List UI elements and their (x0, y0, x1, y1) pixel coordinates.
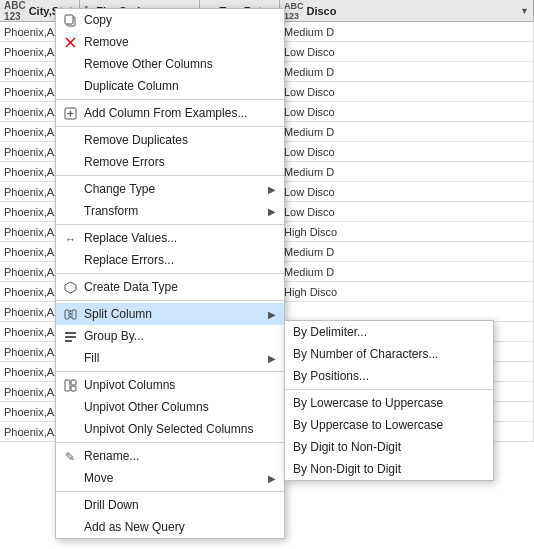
replace-icon: ↔ (62, 230, 78, 246)
menu-label-group-by: Group By... (84, 329, 144, 343)
submenu-arrow-transform: ▶ (268, 206, 276, 217)
menu-label-rename: Rename... (84, 449, 139, 463)
svg-text:✎: ✎ (65, 450, 75, 463)
submenu-item-by-positions[interactable]: By Positions... (285, 365, 493, 387)
unpivot-icon (62, 377, 78, 393)
data-type-icon (62, 279, 78, 295)
cell-disco: High Disco (280, 222, 534, 242)
menu-label-replace-values: Replace Values... (84, 231, 177, 245)
menu-item-unpivot-other-columns[interactable]: Unpivot Other Columns (56, 396, 284, 418)
svg-rect-1 (65, 15, 73, 24)
submenu-arrow-fill: ▶ (268, 353, 276, 364)
add-col-icon (62, 105, 78, 121)
menu-label-move: Move (84, 471, 113, 485)
rename-icon: ✎ (62, 448, 78, 464)
menu-item-remove-other-columns[interactable]: Remove Other Columns (56, 53, 284, 75)
menu-item-add-as-new-query[interactable]: Add as New Query (56, 516, 284, 538)
menu-item-unpivot-columns[interactable]: Unpivot Columns (56, 374, 284, 396)
menu-label-unpivot-only-selected: Unpivot Only Selected Columns (84, 422, 253, 436)
menu-item-transform[interactable]: Transform▶ (56, 200, 284, 222)
menu-item-replace-values[interactable]: ↔ Replace Values... (56, 227, 284, 249)
svg-rect-9 (65, 310, 69, 319)
submenu-item-by-lowercase-to-uppercase[interactable]: By Lowercase to Uppercase (285, 392, 493, 414)
svg-rect-12 (65, 332, 76, 334)
menu-item-rename[interactable]: ✎ Rename... (56, 445, 284, 467)
menu-label-replace-errors: Replace Errors... (84, 253, 174, 267)
menu-separator (56, 442, 284, 443)
menu-label-copy: Copy (84, 13, 112, 27)
menu-label-change-type: Change Type (84, 182, 155, 196)
cell-disco: Low Disco (280, 102, 534, 122)
group-icon (62, 328, 78, 344)
menu-item-remove[interactable]: Remove (56, 31, 284, 53)
menu-label-unpivot-columns: Unpivot Columns (84, 378, 175, 392)
submenu-item-by-digit-to-non-digit[interactable]: By Digit to Non-Digit (285, 436, 493, 458)
cell-disco: Medium D (280, 62, 534, 82)
menu-label-drill-down: Drill Down (84, 498, 139, 512)
cell-disco: Low Disco (280, 142, 534, 162)
menu-label-duplicate-column: Duplicate Column (84, 79, 179, 93)
menu-label-transform: Transform (84, 204, 138, 218)
cell-disco: Medium D (280, 22, 534, 42)
menu-item-remove-duplicates[interactable]: Remove Duplicates (56, 129, 284, 151)
menu-separator (56, 300, 284, 301)
submenu-item-by-delimiter[interactable]: By Delimiter... (285, 321, 493, 343)
menu-label-add-column-from-examples: Add Column From Examples... (84, 106, 247, 120)
menu-label-remove-other-columns: Remove Other Columns (84, 57, 213, 71)
menu-separator (56, 224, 284, 225)
svg-rect-16 (71, 380, 76, 385)
svg-rect-15 (65, 380, 70, 391)
menu-label-split-column: Split Column (84, 307, 152, 321)
cell-disco: Low Disco (280, 42, 534, 62)
menu-item-drill-down[interactable]: Drill Down (56, 494, 284, 516)
submenu-item-by-number-of-chars[interactable]: By Number of Characters... (285, 343, 493, 365)
menu-item-move[interactable]: Move▶ (56, 467, 284, 489)
submenu-item-by-non-digit-to-digit[interactable]: By Non-Digit to Digit (285, 458, 493, 480)
menu-label-create-data-type: Create Data Type (84, 280, 178, 294)
col-header-disco[interactable]: ABC123 Disco ▼ (280, 0, 534, 22)
cell-disco (280, 302, 534, 322)
menu-item-copy[interactable]: Copy (56, 9, 284, 31)
col-type-icon-disco: ABC123 (284, 1, 304, 21)
menu-item-split-column[interactable]: Split Column▶ (56, 303, 284, 325)
svg-rect-10 (72, 310, 76, 319)
menu-label-unpivot-other-columns: Unpivot Other Columns (84, 400, 209, 414)
submenu-arrow-split-column: ▶ (268, 309, 276, 320)
cell-disco: Medium D (280, 122, 534, 142)
copy-icon (62, 12, 78, 28)
cell-disco: Medium D (280, 162, 534, 182)
menu-item-duplicate-column[interactable]: Duplicate Column (56, 75, 284, 97)
menu-item-create-data-type[interactable]: Create Data Type (56, 276, 284, 298)
cell-disco: Low Disco (280, 182, 534, 202)
menu-item-unpivot-only-selected[interactable]: Unpivot Only Selected Columns (56, 418, 284, 440)
split-icon (62, 306, 78, 322)
split-column-submenu[interactable]: By Delimiter...By Number of Characters..… (284, 320, 494, 481)
menu-label-remove-errors: Remove Errors (84, 155, 165, 169)
menu-separator (56, 491, 284, 492)
menu-separator (56, 126, 284, 127)
menu-separator (56, 175, 284, 176)
menu-separator (56, 99, 284, 100)
menu-item-remove-errors[interactable]: Remove Errors (56, 151, 284, 173)
cell-disco: Low Disco (280, 202, 534, 222)
submenu-arrow-move: ▶ (268, 473, 276, 484)
svg-marker-8 (65, 282, 76, 293)
cell-disco: Medium D (280, 242, 534, 262)
submenu-separator (285, 389, 493, 390)
col-title-disco: Disco (307, 5, 337, 17)
menu-item-group-by[interactable]: Group By... (56, 325, 284, 347)
menu-label-remove: Remove (84, 35, 129, 49)
menu-item-change-type[interactable]: Change Type▶ (56, 178, 284, 200)
cell-disco: High Disco (280, 282, 534, 302)
svg-rect-17 (71, 386, 76, 391)
svg-rect-14 (65, 340, 72, 342)
menu-item-add-column-from-examples[interactable]: Add Column From Examples... (56, 102, 284, 124)
svg-rect-13 (65, 336, 76, 338)
menu-separator (56, 371, 284, 372)
menu-item-replace-errors[interactable]: Replace Errors... (56, 249, 284, 271)
svg-text:↔: ↔ (65, 233, 76, 245)
menu-item-fill[interactable]: Fill▶ (56, 347, 284, 369)
remove-icon (62, 34, 78, 50)
context-menu[interactable]: Copy RemoveRemove Other ColumnsDuplicate… (55, 8, 285, 539)
submenu-item-by-uppercase-to-lowercase[interactable]: By Uppercase to Lowercase (285, 414, 493, 436)
